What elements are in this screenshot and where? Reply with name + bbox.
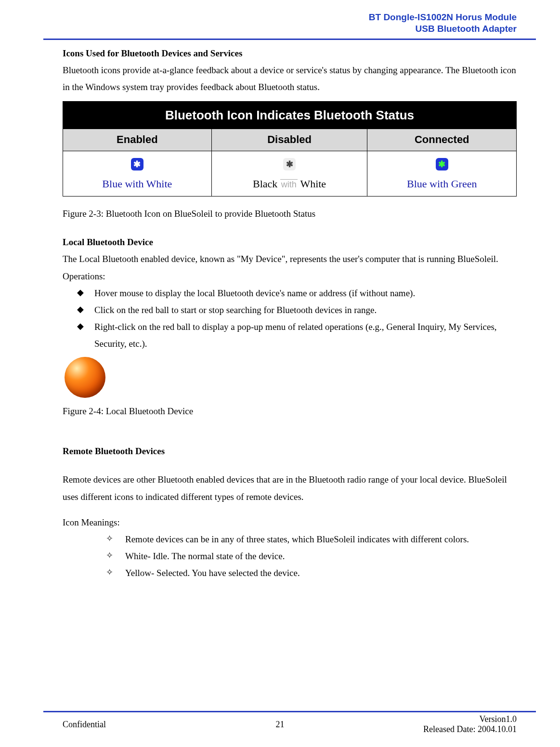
operations-item-2: Click on the red ball to start or stop s… — [77, 301, 517, 318]
status-cell-enabled: ✱ Blue with White — [63, 151, 212, 196]
page: BT Dongle-IS1002N Horus Module USB Bluet… — [0, 0, 560, 747]
operations-item-3: Right-click on the red ball to display a… — [77, 318, 517, 352]
status-cell-disabled-label-mid: with — [280, 179, 298, 189]
operations-list: Hover mouse to display the local Bluetoo… — [63, 285, 517, 353]
figure-2-4-caption: Figure 2-4: Local Bluetooth Device — [63, 403, 517, 419]
status-cell-disabled: ✱ Black with White — [211, 151, 367, 196]
local-device-red-ball-icon — [65, 357, 105, 398]
icon-meanings-item-3: Yellow- Selected. You have selected the … — [106, 564, 517, 581]
bt-enabled-icon: ✱ — [131, 158, 143, 170]
header-line-2: USB Bluetooth Adapter — [63, 23, 517, 35]
document-header: BT Dongle-IS1002N Horus Module USB Bluet… — [63, 12, 517, 35]
section-heading-local-device: Local Bluetooth Device — [63, 234, 517, 250]
status-cell-connected: ✱ Blue with Green — [367, 151, 517, 196]
icon-meanings-list: Remote devices can be in any of three st… — [63, 531, 517, 581]
header-line-1: BT Dongle-IS1002N Horus Module — [63, 12, 517, 23]
operations-label: Operations: — [63, 268, 517, 285]
bluetooth-status-figure: Bluetooth Icon Indicates Bluetooth Statu… — [63, 101, 517, 197]
bt-connected-icon: ✱ — [436, 158, 448, 170]
status-cell-enabled-label: Blue with White — [102, 174, 172, 194]
main-content: Icons Used for Bluetooth Devices and Ser… — [63, 40, 517, 582]
status-table-title: Bluetooth Icon Indicates Bluetooth Statu… — [63, 101, 517, 129]
footer-page-number: 21 — [0, 720, 560, 730]
status-col-connected-header: Connected — [367, 129, 517, 151]
bluetooth-status-table: Bluetooth Icon Indicates Bluetooth Statu… — [63, 101, 517, 197]
page-footer: Confidential 21 Version1.0 Released Date… — [0, 711, 560, 734]
status-cell-disabled-label-left: Black — [253, 178, 277, 190]
operations-item-1: Hover mouse to display the local Bluetoo… — [77, 285, 517, 301]
icon-meanings-label: Icon Meanings: — [63, 514, 517, 531]
status-col-enabled-header: Enabled — [63, 129, 212, 151]
section-heading-icons: Icons Used for Bluetooth Devices and Ser… — [63, 45, 517, 62]
status-col-disabled-header: Disabled — [211, 129, 367, 151]
icon-meanings-item-1: Remote devices can be in any of three st… — [106, 531, 517, 548]
section-body-remote-devices: Remote devices are other Bluetooth enabl… — [63, 471, 517, 505]
section-body-local-device: The Local Bluetooth enabled device, know… — [63, 250, 517, 267]
section-heading-remote-devices: Remote Bluetooth Devices — [63, 443, 517, 459]
bt-disabled-icon: ✱ — [283, 158, 296, 170]
footer-divider — [43, 711, 536, 712]
icon-meanings-item-2: White- Idle. The normal state of the dev… — [106, 548, 517, 564]
section-body-icons: Bluetooth icons provide at-a-glance feed… — [63, 62, 517, 95]
figure-2-3-caption: Figure 2-3: Bluetooth Icon on BlueSoleil… — [63, 205, 517, 222]
status-cell-connected-label: Blue with Green — [407, 174, 477, 194]
status-cell-disabled-label-right: White — [300, 178, 326, 190]
